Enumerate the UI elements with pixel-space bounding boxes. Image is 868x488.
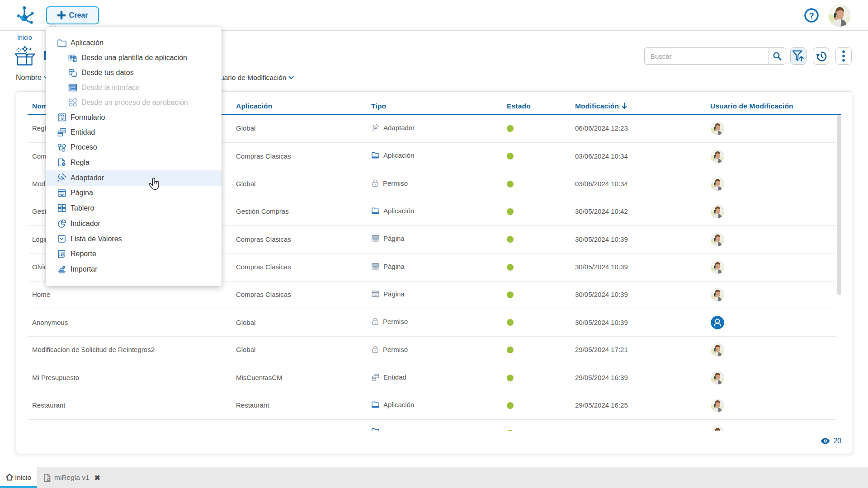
svg-text:?: ? [809, 11, 814, 20]
